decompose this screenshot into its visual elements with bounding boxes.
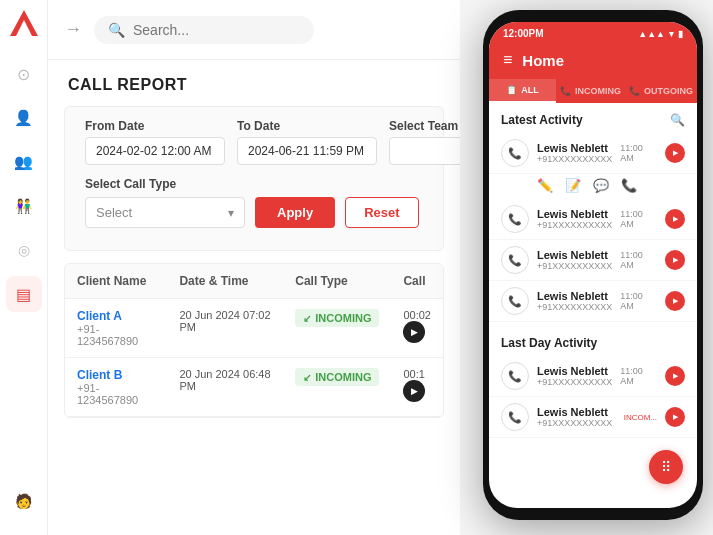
- contact-phone: +91XXXXXXXXXX: [537, 261, 612, 271]
- contact-phone: +91XXXXXXXXXX: [537, 302, 612, 312]
- col-client-name: Client Name: [65, 264, 167, 299]
- to-date-label: To Date: [237, 119, 377, 133]
- sidebar-item-profile[interactable]: 🧑: [6, 483, 42, 519]
- edit-icon[interactable]: ✏️: [537, 178, 553, 193]
- call-time: 11:00 AM: [620, 291, 657, 311]
- to-date-input[interactable]: [237, 137, 377, 165]
- call-contact-info: Lewis Neblett +91XXXXXXXXXX: [537, 406, 616, 428]
- call-time: 11:00 AM: [620, 366, 657, 386]
- phone-call-icon: 📞: [508, 295, 522, 308]
- phone-call-icon: 📞: [508, 254, 522, 267]
- col-date-time: Date & Time: [167, 264, 283, 299]
- client-name: Client A: [77, 309, 155, 323]
- play-button[interactable]: ▶: [403, 380, 425, 402]
- sidebar-item-target[interactable]: ◎: [6, 232, 42, 268]
- svg-marker-0: [10, 10, 38, 36]
- apply-button[interactable]: Apply: [255, 197, 335, 228]
- sidebar-item-team[interactable]: 👫: [6, 188, 42, 224]
- sidebar-item-contacts[interactable]: 👤: [6, 100, 42, 136]
- cell-client: Client B +91-1234567890: [65, 358, 167, 417]
- col-call: Call: [391, 264, 443, 299]
- call-type-icon: 📞: [501, 246, 529, 274]
- call-type-label: Select Call Type: [85, 177, 423, 191]
- play-button[interactable]: ▶: [665, 407, 685, 427]
- call-type-icon: 📞: [501, 403, 529, 431]
- phone-status-bar: 12:00PM ▲▲▲ ▾ ▮: [489, 22, 697, 43]
- sidebar-item-users[interactable]: 👥: [6, 144, 42, 180]
- back-arrow-icon[interactable]: →: [64, 19, 82, 40]
- cell-call: 00:1 ▶: [391, 358, 443, 417]
- list-item: 📞 Lewis Neblett +91XXXXXXXXXX 11:00 AM ▶: [489, 356, 697, 397]
- call-time: 11:00 AM: [620, 143, 657, 163]
- call-contact-info: Lewis Neblett +91XXXXXXXXXX: [537, 142, 612, 164]
- contact-name: Lewis Neblett: [537, 249, 612, 261]
- tab-outgoing-label: OUTGOING: [644, 86, 693, 96]
- cell-client: Client A +91-1234567890: [65, 299, 167, 358]
- chevron-down-icon: ▾: [228, 206, 234, 220]
- call-duration: 00:02: [403, 309, 431, 321]
- tab-all-label: ALL: [521, 85, 539, 95]
- tab-outgoing[interactable]: 📞 OUTGOING: [625, 79, 697, 103]
- from-date-field: From Date: [85, 119, 225, 165]
- dial-icon[interactable]: 📞: [621, 178, 637, 193]
- search-input[interactable]: [133, 22, 300, 38]
- play-button[interactable]: ▶: [665, 366, 685, 386]
- sidebar-item-reports[interactable]: ▤: [6, 276, 42, 312]
- hamburger-icon[interactable]: ≡: [503, 51, 512, 69]
- play-button[interactable]: ▶: [665, 291, 685, 311]
- phone-header-title: Home: [522, 52, 564, 69]
- search-icon: 🔍: [108, 22, 125, 38]
- call-type-icon: 📞: [501, 139, 529, 167]
- call-time: 11:00 AM: [620, 209, 657, 229]
- client-phone: +91-1234567890: [77, 382, 155, 406]
- call-type-badge: ↙ INCOMING: [295, 309, 379, 327]
- from-date-input[interactable]: [85, 137, 225, 165]
- search-bar[interactable]: 🔍: [94, 16, 314, 44]
- call-type-badge: ↙ INCOMING: [295, 368, 379, 386]
- play-button[interactable]: ▶: [665, 143, 685, 163]
- call-time: INCOM...: [624, 413, 657, 422]
- play-button[interactable]: ▶: [665, 250, 685, 270]
- list-item: 📞 Lewis Neblett +91XXXXXXXXXX 11:00 AM ▶: [489, 199, 697, 240]
- contact-name: Lewis Neblett: [537, 208, 612, 220]
- fab-icon: ⠿: [661, 459, 672, 475]
- contact-phone: +91XXXXXXXXXX: [537, 154, 612, 164]
- call-contact-info: Lewis Neblett +91XXXXXXXXXX: [537, 249, 612, 271]
- call-time: 11:00 AM: [620, 250, 657, 270]
- call-type-icon: 📞: [501, 205, 529, 233]
- call-report-table: Client Name Date & Time Call Type Call C…: [64, 263, 444, 418]
- latest-search-icon[interactable]: 🔍: [670, 113, 685, 127]
- list-item: 📞 Lewis Neblett +91XXXXXXXXXX 11:00 AM ▶: [489, 240, 697, 281]
- phone-body: Latest Activity 🔍 📞 Lewis Neblett +91XXX…: [489, 103, 697, 508]
- last-day-activity-header: Last Day Activity: [489, 326, 697, 356]
- table-header-row: Client Name Date & Time Call Type Call: [65, 264, 443, 299]
- phone-screen: 12:00PM ▲▲▲ ▾ ▮ ≡ Home 📋 ALL 📞 INCOMING …: [489, 22, 697, 508]
- phone-call-icon: 📞: [508, 370, 522, 383]
- incoming-tab-icon: 📞: [560, 86, 571, 96]
- phone-mockup: 12:00PM ▲▲▲ ▾ ▮ ≡ Home 📋 ALL 📞 INCOMING …: [483, 10, 703, 520]
- latest-activity-header: Latest Activity 🔍: [489, 103, 697, 133]
- note-icon[interactable]: 📝: [565, 178, 581, 193]
- reset-button[interactable]: Reset: [345, 197, 418, 228]
- page-title: CALL REPORT: [48, 60, 460, 106]
- contact-name: Lewis Neblett: [537, 142, 612, 154]
- phone-call-icon: 📞: [508, 411, 522, 424]
- sidebar-item-dashboard[interactable]: ⊙: [6, 56, 42, 92]
- tab-all[interactable]: 📋 ALL: [489, 79, 556, 103]
- incoming-arrow-icon: ↙: [303, 313, 311, 324]
- call-type-dropdown[interactable]: Select ▾: [85, 197, 245, 228]
- wifi-icon: ▾: [669, 29, 674, 39]
- tab-incoming[interactable]: 📞 INCOMING: [556, 79, 625, 103]
- table-row: Client B +91-1234567890 20 Jun 2024 06:4…: [65, 358, 443, 417]
- cell-call-type: ↙ INCOMING: [283, 358, 391, 417]
- phone-content: Latest Activity 🔍 📞 Lewis Neblett +91XXX…: [489, 103, 697, 438]
- play-button[interactable]: ▶: [403, 321, 425, 343]
- fab-button[interactable]: ⠿: [649, 450, 683, 484]
- play-button[interactable]: ▶: [665, 209, 685, 229]
- last-day-activity-title: Last Day Activity: [501, 336, 597, 350]
- from-date-label: From Date: [85, 119, 225, 133]
- select-team-input[interactable]: [389, 137, 460, 165]
- call-type-icon: 📞: [501, 362, 529, 390]
- client-phone: +91-1234567890: [77, 323, 155, 347]
- whatsapp-icon[interactable]: 💬: [593, 178, 609, 193]
